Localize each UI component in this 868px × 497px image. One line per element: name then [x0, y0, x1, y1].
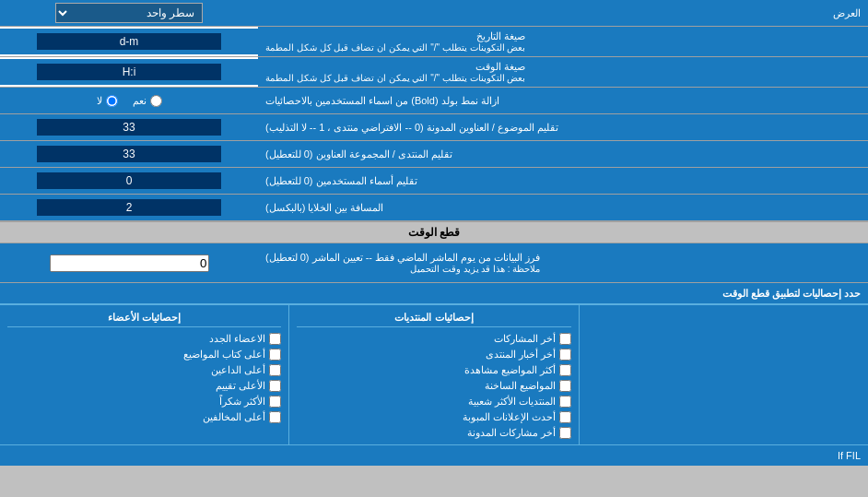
cutoff-section-header: قطع الوقت: [0, 221, 868, 243]
forum-title-trim-input[interactable]: [37, 146, 221, 162]
topic-title-trim-input-area: [0, 114, 258, 140]
time-format-input[interactable]: [37, 64, 221, 80]
stats-member-item-0: الاعضاء الجدد: [7, 331, 281, 347]
stats-forum-check-3[interactable]: [559, 380, 571, 392]
date-format-input[interactable]: [37, 33, 221, 50]
stats-member-item-5: أعلى المخالفين: [7, 409, 281, 425]
username-trim-input[interactable]: [37, 172, 221, 189]
topic-title-trim-input[interactable]: [37, 119, 221, 136]
username-trim-row: تقليم أسماء المستخدمين (0 للتعطيل): [0, 168, 868, 195]
display-select[interactable]: سطر واحد سطران ثلاثة أسطر: [55, 3, 203, 23]
username-trim-label: تقليم أسماء المستخدمين (0 للتعطيل): [258, 168, 868, 194]
stats-member-check-5[interactable]: [269, 411, 281, 423]
bold-remove-input-area: نعم لا: [0, 88, 258, 113]
stats-member-check-3[interactable]: [269, 380, 281, 392]
stats-member-item-1: أعلى كتاب المواضيع: [7, 347, 281, 362]
stats-member-item-3: الأعلى تقييم: [7, 378, 281, 394]
cell-spacing-row: المسافة بين الخلايا (بالبكسل): [0, 195, 868, 221]
stats-empty-col: [579, 305, 868, 444]
stats-forum-col: إحصائيات المنتديات أخر المشاركات أخر أخب…: [288, 305, 578, 444]
stats-member-check-1[interactable]: [269, 349, 281, 361]
bold-yes-label[interactable]: نعم: [133, 95, 162, 107]
stats-member-check-0[interactable]: [269, 333, 281, 345]
bold-remove-row: ازالة نمط بولد (Bold) من اسماء المستخدمي…: [0, 88, 868, 114]
stats-forum-check-2[interactable]: [559, 364, 571, 376]
cutoff-label: فرز البيانات من يوم الماشر الماضي فقط --…: [258, 243, 868, 282]
display-select-area: سطر واحد سطران ثلاثة أسطر: [0, 0, 258, 26]
stats-member-check-2[interactable]: [269, 364, 281, 376]
cell-spacing-input[interactable]: [37, 199, 221, 216]
forum-title-trim-label: تقليم المنتدى / المجموعة العناوين (0 للت…: [258, 141, 868, 167]
stats-forum-item-6: أخر مشاركات المدونة: [297, 425, 570, 441]
stats-member-item-4: الأكثر شكراً: [7, 394, 281, 409]
topic-title-trim-label: تقليم الموضوع / العناوين المدونة (0 -- ا…: [258, 114, 868, 140]
stats-member-col: إحصائيات الأعضاء الاعضاء الجدد أعلى كتاب…: [0, 305, 288, 444]
time-format-input-area: [0, 59, 258, 85]
date-format-row: صيغة التاريخ بعض التكوينات يتطلب "/" الت…: [0, 27, 868, 57]
stats-forum-check-5[interactable]: [559, 411, 571, 423]
forum-title-trim-input-area: [0, 141, 258, 167]
stats-grid: إحصائيات المنتديات أخر المشاركات أخر أخب…: [0, 304, 868, 444]
cutoff-input-area: [0, 243, 258, 282]
bottom-note: If FIL: [0, 444, 868, 466]
stats-forum-item-3: المواضيع الساخنة: [297, 378, 570, 394]
bold-remove-label: ازالة نمط بولد (Bold) من اسماء المستخدمي…: [258, 88, 868, 113]
stats-forum-check-4[interactable]: [559, 396, 571, 408]
stats-forum-item-4: المنتديات الأكثر شعبية: [297, 394, 570, 409]
stats-member-item-2: أعلى الداعين: [7, 362, 281, 378]
date-format-input-area: [0, 29, 258, 54]
bold-yes-radio[interactable]: [150, 95, 162, 107]
cutoff-row: فرز البيانات من يوم الماشر الماضي فقط --…: [0, 243, 868, 283]
forum-title-trim-row: تقليم المنتدى / المجموعة العناوين (0 للت…: [0, 141, 868, 168]
stats-forum-check-6[interactable]: [559, 427, 571, 439]
stats-member-check-4[interactable]: [269, 396, 281, 408]
username-trim-input-area: [0, 168, 258, 194]
bold-no-label[interactable]: لا: [97, 95, 118, 107]
stats-apply-header: حدد إحصاليات لتطبيق قطع الوقت: [0, 283, 868, 304]
stats-forum-check-0[interactable]: [559, 333, 571, 345]
stats-forum-item-2: أكثر المواضيع مشاهدة: [297, 362, 570, 378]
cutoff-input[interactable]: [50, 254, 209, 272]
stats-forum-check-1[interactable]: [559, 349, 571, 361]
display-label: العرض: [258, 4, 868, 23]
stats-forum-item-5: أحدث الإعلانات المبوبة: [297, 409, 570, 425]
bold-no-radio[interactable]: [106, 95, 118, 107]
cell-spacing-input-area: [0, 195, 258, 220]
cell-spacing-label: المسافة بين الخلايا (بالبكسل): [258, 195, 868, 220]
stats-forum-item-1: أخر أخبار المنتدى: [297, 347, 570, 362]
topic-title-trim-row: تقليم الموضوع / العناوين المدونة (0 -- ا…: [0, 114, 868, 141]
time-format-row: صيغة الوقت بعض التكوينات يتطلب "/" التي …: [0, 57, 868, 88]
time-format-label: صيغة الوقت بعض التكوينات يتطلب "/" التي …: [258, 57, 868, 87]
date-format-label: صيغة التاريخ بعض التكوينات يتطلب "/" الت…: [258, 27, 868, 56]
stats-forum-item-0: أخر المشاركات: [297, 331, 570, 347]
